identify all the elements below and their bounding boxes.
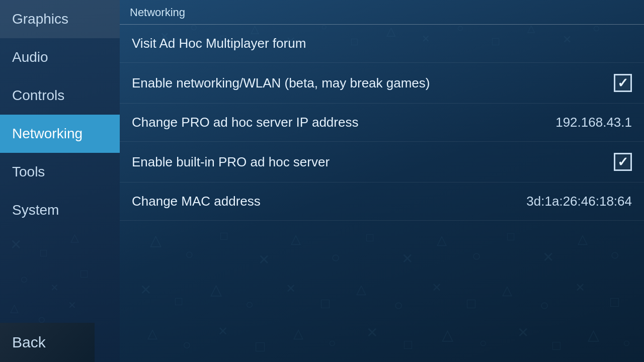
sidebar-item-graphics[interactable]: Graphics <box>0 0 120 38</box>
enable-networking-checkbox[interactable] <box>614 74 632 92</box>
sidebar-item-label: Audio <box>12 49 48 65</box>
setting-label: Change MAC address <box>132 194 261 209</box>
sidebar: ✕ □ △ ○ ✕ □ △ ○ ✕ Graphics Audio Control… <box>0 0 120 362</box>
sidebar-item-label: Networking <box>12 126 83 141</box>
setting-row-change-pro-ip[interactable]: Change PRO ad hoc server IP address 192.… <box>120 104 644 142</box>
setting-row-enable-networking[interactable]: Enable networking/WLAN (beta, may break … <box>120 63 644 104</box>
enable-pro-server-checkbox[interactable] <box>614 153 632 171</box>
sidebar-item-tools[interactable]: Tools <box>0 153 120 191</box>
setting-label: Enable networking/WLAN (beta, may break … <box>132 75 430 91</box>
sidebar-item-label: System <box>12 202 59 218</box>
sidebar-item-networking[interactable]: Networking <box>0 115 120 153</box>
settings-list: Visit Ad Hoc Multiplayer forum Enable ne… <box>120 25 644 221</box>
back-button[interactable]: Back <box>0 323 95 362</box>
mac-address-value: 3d:1a:26:46:18:64 <box>526 194 632 209</box>
sidebar-item-system[interactable]: System <box>0 191 120 229</box>
pro-ip-value: 192.168.43.1 <box>555 115 632 130</box>
setting-label: Change PRO ad hoc server IP address <box>132 115 358 130</box>
setting-row-visit-adhoc[interactable]: Visit Ad Hoc Multiplayer forum <box>120 25 644 63</box>
sidebar-item-label: Tools <box>12 164 45 179</box>
setting-label: Visit Ad Hoc Multiplayer forum <box>132 36 306 51</box>
sidebar-item-label: Graphics <box>12 11 68 27</box>
page-header: Networking <box>120 0 644 25</box>
header-title: Networking <box>130 6 185 19</box>
setting-label: Enable built-in PRO ad hoc server <box>132 154 330 170</box>
setting-row-enable-pro-server[interactable]: Enable built-in PRO ad hoc server <box>120 142 644 183</box>
sidebar-item-label: Controls <box>12 87 64 103</box>
sidebar-item-audio[interactable]: Audio <box>0 38 120 76</box>
sidebar-item-controls[interactable]: Controls <box>0 76 120 115</box>
setting-row-change-mac[interactable]: Change MAC address 3d:1a:26:46:18:64 <box>120 183 644 221</box>
main-content: ✕ ○ □ △ ✕ ○ □ △ ✕ ○ □ △ ✕ ○ △ ○ □ ✕ △ ○ … <box>120 0 644 362</box>
back-label: Back <box>12 334 46 350</box>
